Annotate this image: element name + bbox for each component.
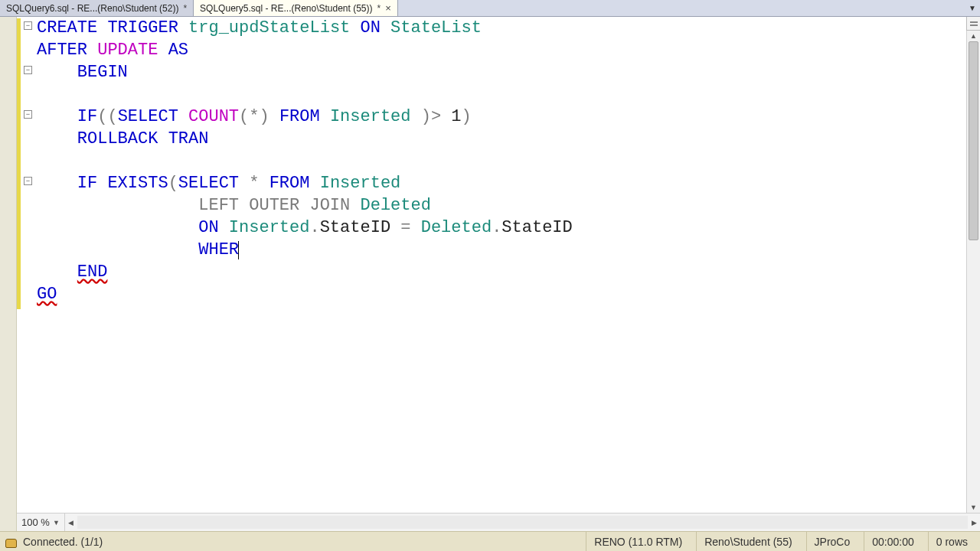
fold-toggle[interactable]: − <box>24 110 32 119</box>
kw-create: CREATE <box>37 18 97 37</box>
kw-tran: TRAN <box>168 129 209 148</box>
sql-code-editor[interactable]: CREATE TRIGGER trg_updStateList ON State… <box>35 17 980 513</box>
split-handle[interactable] <box>966 17 980 31</box>
zoom-value: 100 % <box>21 517 50 528</box>
fold-toggle[interactable]: − <box>24 66 32 74</box>
kw-outer: OUTER <box>249 196 299 215</box>
editor-scroll-region: − − − − CREATE TRIGGER trg_updStateList … <box>17 17 980 513</box>
zoom-dropdown[interactable]: 100 % ▼ <box>17 514 65 531</box>
kw-on: ON <box>360 18 380 37</box>
kw-update: UPDATE <box>97 41 158 60</box>
horizontal-scrollbar[interactable]: ◀ ▶ <box>65 514 980 531</box>
id-inserted: Inserted <box>330 107 411 126</box>
id-deleted: Deleted <box>360 196 430 215</box>
id-trigger-name: trg_updStateList <box>188 18 350 37</box>
col-stateid: StateID <box>320 218 390 237</box>
status-database: JProCo <box>806 532 858 551</box>
lit-one: 1 <box>451 107 461 126</box>
editor-area: − − − − CREATE TRIGGER trg_updStateList … <box>0 17 980 531</box>
status-user: Reno\Student (55) <box>696 532 799 551</box>
scroll-right-icon[interactable]: ▶ <box>968 514 980 531</box>
kw-where-partial: WHER <box>198 240 239 259</box>
scroll-left-icon[interactable]: ◀ <box>65 514 77 531</box>
col-stateid: StateID <box>501 218 572 237</box>
bottom-scroll-row: 100 % ▼ ◀ ▶ <box>17 513 980 531</box>
id-statelist: StateList <box>390 18 482 37</box>
document-tabstrip: SQLQuery6.sql - RE...(Reno\Student (52))… <box>0 0 980 17</box>
vertical-scrollbar[interactable]: ▲ ▼ <box>966 31 980 513</box>
tab-label: SQLQuery5.sql - RE...(Reno\Student (55)) <box>200 3 372 14</box>
status-connection: Connected. (1/1) <box>23 536 103 548</box>
close-icon[interactable]: × <box>385 3 391 13</box>
kw-end: END <box>77 262 108 282</box>
kw-begin: BEGIN <box>77 63 128 82</box>
change-marker <box>17 18 21 309</box>
scroll-down-icon[interactable]: ▼ <box>967 502 980 513</box>
kw-trigger: TRIGGER <box>107 18 178 37</box>
scroll-up-icon[interactable]: ▲ <box>967 31 980 41</box>
kw-go: GO <box>37 285 57 304</box>
chevron-down-icon: ▼ <box>53 519 60 527</box>
kw-from: FROM <box>279 107 320 126</box>
margin-rail <box>0 17 17 531</box>
fold-toggle[interactable]: − <box>24 21 32 30</box>
text-cursor <box>238 241 239 259</box>
database-icon <box>5 536 17 548</box>
id-inserted: Inserted <box>229 218 310 237</box>
id-deleted: Deleted <box>421 218 492 237</box>
kw-after: AFTER <box>37 41 87 60</box>
hscroll-track[interactable] <box>77 516 968 529</box>
dirty-indicator: * <box>183 3 187 14</box>
outline-gutter: − − − − <box>17 17 35 513</box>
kw-if: IF <box>77 174 97 193</box>
tab-label: SQLQuery6.sql - RE...(Reno\Student (52)) <box>6 3 178 14</box>
tab-overflow-dropdown[interactable]: ▼ <box>965 0 980 16</box>
id-inserted: Inserted <box>320 174 401 193</box>
status-bar: Connected. (1/1) RENO (11.0 RTM) Reno\St… <box>0 531 980 551</box>
kw-on: ON <box>198 218 218 237</box>
kw-from: FROM <box>270 174 310 193</box>
kw-rollback: ROLLBACK <box>77 129 158 148</box>
kw-select: SELECT <box>118 107 178 126</box>
fn-count: COUNT <box>188 107 239 126</box>
fold-toggle[interactable]: − <box>24 177 32 185</box>
tab-sqlquery5[interactable]: SQLQuery5.sql - RE...(Reno\Student (55))… <box>194 0 398 16</box>
kw-as: AS <box>168 41 188 60</box>
kw-select: SELECT <box>178 174 239 193</box>
tab-sqlquery6[interactable]: SQLQuery6.sql - RE...(Reno\Student (52))… <box>0 0 194 16</box>
kw-join: JOIN <box>309 196 350 215</box>
status-rows: 0 rows <box>928 532 975 551</box>
kw-left: LEFT <box>198 196 239 215</box>
dirty-indicator: * <box>377 3 381 14</box>
editor-wrap: − − − − CREATE TRIGGER trg_updStateList … <box>17 17 980 531</box>
vscroll-thumb[interactable] <box>969 41 978 240</box>
kw-if: IF <box>77 107 97 126</box>
status-server: RENO (11.0 RTM) <box>586 532 690 551</box>
kw-exists: EXISTS <box>107 174 168 193</box>
status-elapsed: 00:00:00 <box>864 532 922 551</box>
